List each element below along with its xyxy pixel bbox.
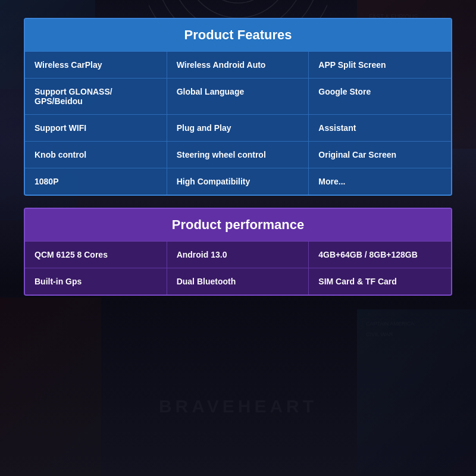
- feature-cell-3: APP Split Screen: [309, 52, 451, 79]
- feature-cell-7: Support WIFI: [25, 115, 167, 142]
- feature-cell-6: Google Store: [309, 79, 451, 115]
- feature-cell-12: Original Car Screen: [309, 142, 451, 168]
- feature-cell-10: Knob control: [25, 142, 167, 168]
- features-table-grid: Wireless CarPlay Wireless Android Auto A…: [25, 51, 451, 195]
- feature-cell-14: High Compatibility: [167, 168, 309, 195]
- feature-cell-2: Wireless Android Auto: [167, 52, 309, 79]
- perf-cell-2: Android 13.0: [167, 242, 309, 268]
- feature-cell-11: Steering wheel control: [167, 142, 309, 168]
- performance-table: Product performance QCM 6125 8 Cores And…: [24, 208, 452, 296]
- feature-cell-4: Support GLONASS/ GPS/Beidou: [25, 79, 167, 115]
- perf-cell-3: 4GB+64GB / 8GB+128GB: [309, 242, 451, 268]
- features-table: Product Features Wireless CarPlay Wirele…: [24, 18, 452, 196]
- performance-title: Product performance: [172, 217, 305, 232]
- perf-cell-5: Dual Bluetooth: [167, 268, 309, 295]
- perf-cell-6: SIM Card & TF Card: [309, 268, 451, 295]
- feature-cell-13: 1080P: [25, 168, 167, 195]
- features-table-header: Product Features: [25, 19, 451, 51]
- feature-cell-9: Assistant: [309, 115, 451, 142]
- feature-cell-8: Plug and Play: [167, 115, 309, 142]
- feature-cell-5: Global Language: [167, 79, 309, 115]
- feature-cell-15: More...: [309, 168, 451, 195]
- feature-cell-1: Wireless CarPlay: [25, 52, 167, 79]
- performance-table-grid: QCM 6125 8 Cores Android 13.0 4GB+64GB /…: [25, 241, 451, 295]
- perf-cell-4: Built-in Gps: [25, 268, 167, 295]
- perf-cell-1: QCM 6125 8 Cores: [25, 242, 167, 268]
- performance-table-header: Product performance: [25, 209, 451, 241]
- features-title: Product Features: [184, 27, 292, 42]
